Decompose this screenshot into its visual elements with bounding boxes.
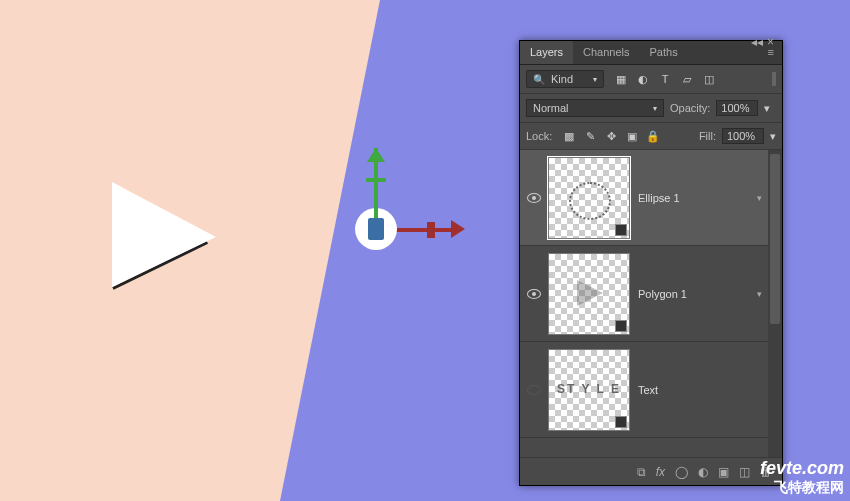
visibility-toggle-icon[interactable] (527, 193, 541, 203)
watermark-text: 飞特教程网 (760, 479, 844, 497)
lock-label: Lock: (526, 130, 552, 142)
opacity-label: Opacity: (670, 102, 710, 114)
opacity-value: 100% (721, 102, 749, 114)
axis-x-handle[interactable] (427, 222, 435, 238)
layer-row[interactable]: Ellipse 1 ▾ (520, 150, 782, 246)
chevron-down-icon: ▾ (593, 75, 597, 84)
collapse-icon[interactable]: ◂◂ (751, 35, 763, 49)
smart-object-badge-icon (615, 416, 627, 428)
watermark: fevte.com 飞特教程网 (760, 458, 844, 497)
smart-object-badge-icon (615, 224, 627, 236)
blend-mode-value: Normal (533, 102, 568, 114)
filter-adjustment-icon[interactable]: ◐ (636, 73, 650, 86)
chevron-down-icon: ▾ (653, 104, 657, 113)
layer-thumbnail[interactable] (548, 253, 630, 335)
layers-panel: ◂◂ × Layers Channels Paths ≡ 🔍 Kind ▾ ▦ … (519, 40, 783, 486)
filter-shape-icon[interactable]: ▱ (680, 73, 694, 86)
new-group-icon[interactable]: ▣ (718, 465, 729, 479)
layer-thumbnail[interactable] (548, 157, 630, 239)
3d-axis-gizmo[interactable] (355, 148, 475, 268)
layer-thumbnail[interactable]: ST Y L E (548, 349, 630, 431)
panel-flyout-controls: ◂◂ × (743, 33, 782, 51)
filter-type-icons: ▦ ◐ T ▱ ◫ (614, 73, 716, 86)
layer-name[interactable]: Text (638, 384, 768, 396)
tab-layers[interactable]: Layers (520, 41, 573, 64)
layers-list: Ellipse 1 ▾ Polygon 1 ▾ ST Y L E Text (520, 150, 782, 470)
tab-paths[interactable]: Paths (640, 41, 688, 64)
axis-x[interactable] (387, 228, 457, 232)
tab-channels[interactable]: Channels (573, 41, 639, 64)
add-mask-icon[interactable]: ◯ (675, 465, 688, 479)
blend-row: Normal ▾ Opacity: 100% ▾ (520, 94, 782, 123)
blend-mode-select[interactable]: Normal ▾ (526, 99, 664, 117)
fill-input[interactable]: 100% (722, 128, 764, 144)
axis-y-handle[interactable] (366, 178, 386, 182)
lock-artboard-icon[interactable]: ▣ (625, 130, 639, 143)
filter-kind-label: Kind (551, 73, 573, 85)
filter-pixel-icon[interactable]: ▦ (614, 73, 628, 86)
layer-row[interactable]: Polygon 1 ▾ (520, 246, 782, 342)
layer-row[interactable]: ST Y L E Text (520, 342, 782, 438)
close-panel-icon[interactable]: × (767, 35, 774, 49)
axis-y-arrow-icon[interactable] (367, 148, 385, 162)
lock-all-icon[interactable]: 🔒 (646, 130, 660, 143)
filter-type-icon[interactable]: T (658, 73, 672, 86)
opacity-input[interactable]: 100% (716, 100, 758, 116)
gizmo-origin-cube[interactable] (368, 218, 384, 240)
layer-filter-row: 🔍 Kind ▾ ▦ ◐ T ▱ ◫ (520, 65, 782, 94)
scrollbar-track[interactable] (768, 150, 782, 470)
watermark-url: fevte.com (760, 458, 844, 479)
filter-toggle-switch[interactable] (772, 72, 776, 86)
chevron-down-icon[interactable]: ▾ (750, 289, 768, 299)
layer-name[interactable]: Polygon 1 (638, 288, 750, 300)
axis-x-arrow-icon[interactable] (451, 220, 465, 238)
layers-panel-footer: ⧉ fx ◯ ◐ ▣ ◫ 🗑 (520, 457, 782, 485)
polygon-shape[interactable] (112, 182, 216, 287)
adjustment-layer-icon[interactable]: ◐ (698, 465, 708, 479)
layer-name[interactable]: Ellipse 1 (638, 192, 750, 204)
layer-fx-icon[interactable]: fx (656, 465, 665, 479)
lock-transparency-icon[interactable]: ▩ (562, 130, 576, 143)
lock-pixels-icon[interactable]: ✎ (583, 130, 597, 143)
link-layers-icon[interactable]: ⧉ (637, 465, 646, 479)
scrollbar-thumb[interactable] (770, 154, 780, 324)
chevron-down-icon[interactable]: ▾ (764, 102, 770, 115)
filter-kind-select[interactable]: 🔍 Kind ▾ (526, 70, 604, 88)
fill-label: Fill: (699, 130, 716, 142)
new-layer-icon[interactable]: ◫ (739, 465, 750, 479)
visibility-toggle-icon[interactable] (527, 289, 541, 299)
lock-position-icon[interactable]: ✥ (604, 130, 618, 143)
chevron-down-icon[interactable]: ▾ (770, 130, 776, 143)
smart-object-badge-icon (615, 320, 627, 332)
chevron-down-icon[interactable]: ▾ (750, 193, 768, 203)
fill-value: 100% (727, 130, 755, 142)
search-icon: 🔍 (533, 74, 545, 85)
visibility-toggle-icon[interactable] (527, 385, 541, 395)
lock-icons: ▩ ✎ ✥ ▣ 🔒 (562, 130, 660, 143)
filter-smartobject-icon[interactable]: ◫ (702, 73, 716, 86)
thumb-text-preview: ST Y L E (557, 383, 621, 396)
lock-row: Lock: ▩ ✎ ✥ ▣ 🔒 Fill: 100% ▾ (520, 123, 782, 150)
